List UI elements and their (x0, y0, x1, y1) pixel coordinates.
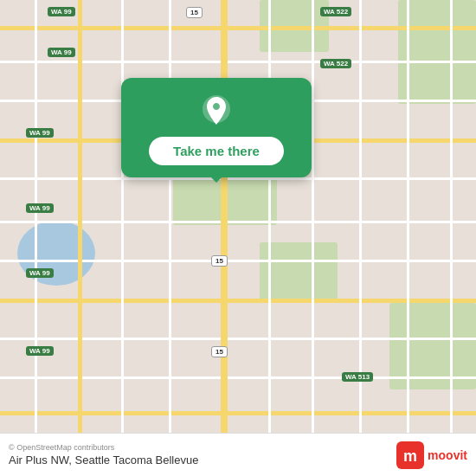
road-h6 (0, 221, 476, 223)
shield-wa522-1: WA 522 (320, 7, 351, 16)
road-v6 (268, 0, 271, 433)
park-area-4 (398, 0, 476, 104)
road-v1 (35, 0, 37, 433)
shield-i15-2: 15 (211, 255, 228, 267)
shield-i15-1: 15 (186, 7, 203, 18)
attribution-text: © OpenStreetMap contributors (9, 443, 396, 452)
road-h1 (0, 26, 476, 30)
moovit-logo: m moovit (396, 441, 467, 469)
road-v4 (169, 0, 171, 433)
map-popup: Take me there (121, 78, 312, 177)
shield-i15-3: 15 (211, 346, 228, 357)
moovit-icon: m (396, 441, 424, 469)
road-v8 (359, 0, 362, 433)
park-area-3 (260, 242, 338, 303)
svg-text:m: m (403, 447, 417, 465)
bottom-bar: © OpenStreetMap contributors Air Plus NW… (0, 433, 476, 476)
road-v3 (121, 0, 124, 433)
shield-wa99-4: WA 99 (26, 203, 54, 213)
road-v10 (450, 0, 453, 433)
road-h8 (0, 299, 476, 303)
road-h11 (0, 411, 476, 415)
road-v5-highway (221, 0, 228, 433)
shield-wa99-6: WA 99 (26, 346, 54, 356)
shield-wa99-2: WA 99 (48, 48, 75, 57)
shield-wa522-2: WA 522 (320, 59, 351, 68)
road-h7 (0, 260, 476, 262)
location-pin-icon (199, 93, 234, 128)
shield-wa99-5: WA 99 (26, 268, 54, 278)
road-v9 (407, 0, 409, 433)
map-container: WA 99 WA 99 WA 99 WA 99 WA 99 WA 99 WA 5… (0, 0, 476, 433)
road-h2 (0, 61, 476, 63)
shield-wa99-3: WA 99 (26, 128, 54, 138)
shield-wa99-1: WA 99 (48, 7, 75, 16)
location-text: Air Plus NW, Seattle Tacoma Bellevue (9, 453, 396, 466)
road-h9 (0, 338, 476, 340)
bottom-info: © OpenStreetMap contributors Air Plus NW… (9, 443, 396, 466)
road-h5 (0, 177, 476, 180)
road-v2 (78, 0, 82, 433)
take-me-there-button[interactable]: Take me there (149, 137, 284, 165)
moovit-label: moovit (428, 448, 467, 462)
road-v7 (312, 0, 314, 433)
road-h10 (0, 376, 476, 379)
shield-wa513: WA 513 (342, 372, 373, 382)
